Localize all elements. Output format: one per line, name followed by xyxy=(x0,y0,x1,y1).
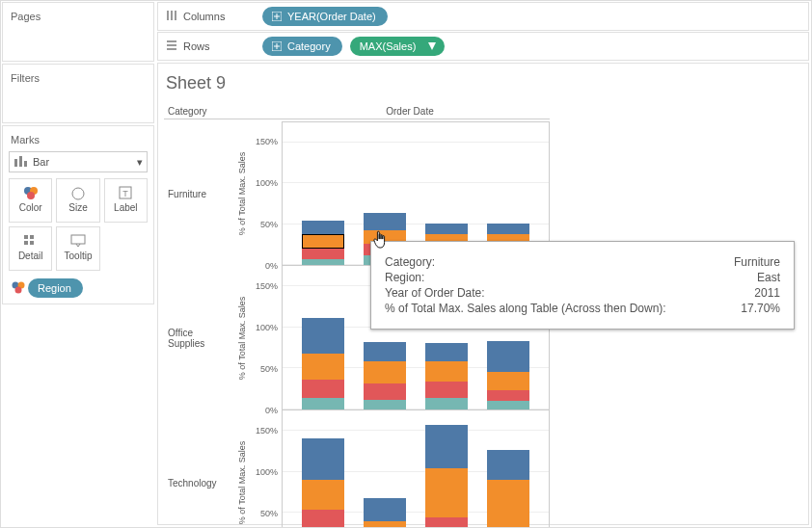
bar-segment[interactable] xyxy=(425,382,468,398)
bar-segment[interactable] xyxy=(487,372,529,390)
plus-icon xyxy=(272,12,282,21)
bar-segment[interactable] xyxy=(364,342,406,362)
bar-icon xyxy=(14,155,27,170)
columns-icon xyxy=(166,10,177,23)
bar[interactable] xyxy=(364,342,406,409)
chart-plot[interactable] xyxy=(282,410,550,528)
axis-tick: 50% xyxy=(251,220,278,229)
bar-segment[interactable] xyxy=(487,401,529,409)
color-icon xyxy=(22,185,40,200)
bar-segment[interactable] xyxy=(364,383,406,400)
svg-rect-12 xyxy=(24,241,28,245)
bar-segment[interactable] xyxy=(487,480,529,528)
bar-segment[interactable] xyxy=(425,361,468,382)
filters-shelf[interactable]: Filters xyxy=(2,64,154,123)
bar-segment[interactable] xyxy=(425,468,468,517)
bar-segment[interactable] xyxy=(487,390,529,400)
bar-segment[interactable] xyxy=(302,438,344,480)
bar-segment[interactable] xyxy=(425,224,468,234)
marks-card: Marks Bar ▾ Color Size T Label xyxy=(2,125,154,304)
axis-tick: 150% xyxy=(251,281,278,291)
bar-segment[interactable] xyxy=(487,224,529,234)
chevron-down-icon: ▾ xyxy=(137,156,143,169)
marks-color-pill-region[interactable]: Region xyxy=(28,278,83,298)
bar-segment[interactable] xyxy=(425,425,468,468)
svg-rect-11 xyxy=(30,235,34,239)
bar-segment[interactable] xyxy=(487,341,529,373)
marks-title: Marks xyxy=(9,132,148,151)
chart-row: Technology% of Total Max. Sales150%100%5… xyxy=(164,410,802,528)
bar-segment[interactable] xyxy=(302,354,344,380)
svg-rect-10 xyxy=(24,235,28,239)
svg-rect-19 xyxy=(171,11,173,20)
bar-segment[interactable] xyxy=(364,498,406,521)
col-header-orderdate: Order Date xyxy=(270,104,550,119)
columns-pill-year-orderdate[interactable]: YEAR(Order Date) xyxy=(262,7,388,26)
marks-size-button[interactable]: Size xyxy=(56,178,99,223)
category-row-label: Technology xyxy=(164,410,233,528)
marks-type-select[interactable]: Bar ▾ xyxy=(9,151,148,172)
pages-shelf[interactable]: Pages xyxy=(2,2,154,62)
svg-point-17 xyxy=(15,287,22,294)
bar[interactable] xyxy=(425,343,468,409)
bar-segment[interactable] xyxy=(302,380,344,398)
bar-segment[interactable] xyxy=(487,450,529,480)
svg-rect-23 xyxy=(167,44,176,46)
bar-segment[interactable] xyxy=(425,517,468,528)
table-calc-icon xyxy=(427,41,437,51)
svg-rect-1 xyxy=(19,156,22,167)
marks-label-button[interactable]: T Label xyxy=(104,178,148,223)
bar[interactable] xyxy=(302,318,344,409)
svg-text:T: T xyxy=(123,189,129,198)
bar-segment[interactable] xyxy=(302,234,344,249)
bar-segment[interactable] xyxy=(364,521,406,528)
bar-segment[interactable] xyxy=(302,480,344,510)
marks-type-label: Bar xyxy=(33,156,49,168)
axis-tick: 50% xyxy=(251,509,278,518)
bar-segment[interactable] xyxy=(425,343,468,361)
svg-rect-22 xyxy=(167,40,176,42)
tooltip-icon xyxy=(69,233,87,249)
bar-segment[interactable] xyxy=(302,398,344,409)
marks-color-button[interactable]: Color xyxy=(9,178,52,223)
rows-shelf[interactable]: Rows Category MAX(Sales) xyxy=(157,32,809,61)
bar-segment[interactable] xyxy=(364,361,406,383)
svg-rect-0 xyxy=(14,159,17,167)
label-icon: T xyxy=(117,185,134,200)
rows-pill-max-sales[interactable]: MAX(Sales) xyxy=(350,37,446,56)
bar-segment[interactable] xyxy=(302,510,344,528)
bar[interactable] xyxy=(302,438,344,528)
rows-label: Rows xyxy=(183,40,210,52)
color-legend-icon xyxy=(9,280,28,296)
bar-segment[interactable] xyxy=(364,213,406,230)
bar-segment[interactable] xyxy=(302,249,344,259)
y-axis-ticks: 150%100%50%0% xyxy=(251,266,280,410)
bar[interactable] xyxy=(364,498,406,528)
bar[interactable] xyxy=(487,450,529,528)
category-row-label: Office Supplies xyxy=(164,266,233,410)
col-header-category: Category xyxy=(164,104,270,119)
marks-tooltip-button[interactable]: Tooltip xyxy=(56,226,99,271)
svg-rect-2 xyxy=(24,161,27,167)
bar[interactable] xyxy=(425,425,468,528)
bar-segment[interactable] xyxy=(302,221,344,234)
svg-point-5 xyxy=(27,192,35,199)
axis-tick: 150% xyxy=(251,426,278,436)
svg-rect-20 xyxy=(175,11,176,20)
bar-segment[interactable] xyxy=(302,259,344,265)
bar-segment[interactable] xyxy=(302,318,344,354)
svg-rect-24 xyxy=(167,48,176,50)
bar-segment[interactable] xyxy=(425,398,468,409)
svg-rect-14 xyxy=(71,235,85,244)
rows-icon xyxy=(166,40,177,53)
bar[interactable] xyxy=(487,341,529,409)
columns-shelf[interactable]: Columns YEAR(Order Date) xyxy=(157,2,809,31)
sheet-title[interactable]: Sheet 9 xyxy=(164,73,804,93)
category-row-label: Furniture xyxy=(164,121,233,266)
y-axis-label: % of Total Max. Sales xyxy=(233,410,251,528)
bar-segment[interactable] xyxy=(364,400,406,409)
axis-tick: 100% xyxy=(251,467,278,477)
marks-detail-button[interactable]: Detail xyxy=(9,226,52,271)
rows-pill-category[interactable]: Category xyxy=(262,37,342,56)
bar[interactable] xyxy=(302,221,344,265)
